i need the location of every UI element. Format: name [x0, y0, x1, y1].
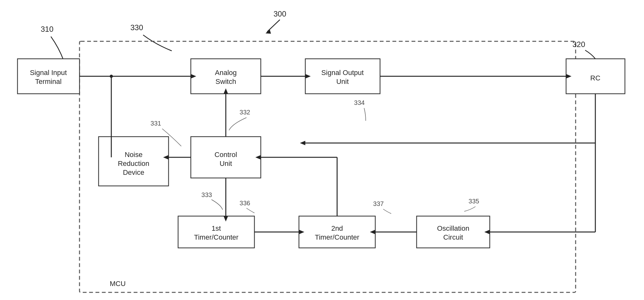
ref-330: 330 — [130, 23, 143, 32]
control-unit-label-2: Unit — [219, 160, 232, 167]
ref-335-label: 335 — [468, 198, 479, 205]
signal-input-label-1: Signal Input — [30, 69, 67, 77]
ref-333-label: 333 — [201, 191, 212, 198]
junction-1 — [110, 75, 113, 78]
ref-334-label: 334 — [354, 99, 364, 106]
analog-switch-label-2: Switch — [216, 78, 236, 85]
ref-310: 310 — [41, 25, 53, 33]
noise-reduction-label-1: Noise — [125, 151, 142, 159]
timer1-label-1: 1st — [211, 224, 221, 232]
ref-300: 300 — [274, 10, 286, 18]
control-unit-label-1: Control — [215, 151, 237, 159]
diagram-container: 300 310 330 MCU Signal Input Terminal An… — [0, 0, 644, 300]
signal-output-label-1: Signal Output — [321, 69, 364, 77]
timer2-label-2: Timer/Counter — [315, 233, 359, 241]
noise-reduction-label-3: Device — [123, 168, 144, 176]
signal-input-label-2: Terminal — [35, 78, 61, 85]
rc-label: RC — [590, 74, 600, 82]
signal-output-label-2: Unit — [336, 78, 349, 85]
oscillation-label-1: Oscillation — [437, 224, 469, 232]
ref-336-label: 336 — [239, 200, 250, 207]
svg-marker-1 — [266, 29, 271, 34]
ref-332-label: 332 — [239, 109, 250, 116]
ref-320: 320 — [572, 40, 585, 49]
ref-331-label: 331 — [150, 120, 161, 127]
oscillation-label-2: Circuit — [443, 233, 463, 241]
timer2-label-1: 2nd — [331, 224, 343, 232]
timer1-label-2: Timer/Counter — [194, 233, 239, 241]
mcu-label: MCU — [110, 280, 126, 288]
svg-marker-5 — [300, 141, 305, 145]
ref-337-label: 337 — [373, 200, 384, 207]
analog-switch-label-1: Analog — [215, 69, 237, 77]
noise-reduction-label-2: Reduction — [118, 160, 149, 167]
